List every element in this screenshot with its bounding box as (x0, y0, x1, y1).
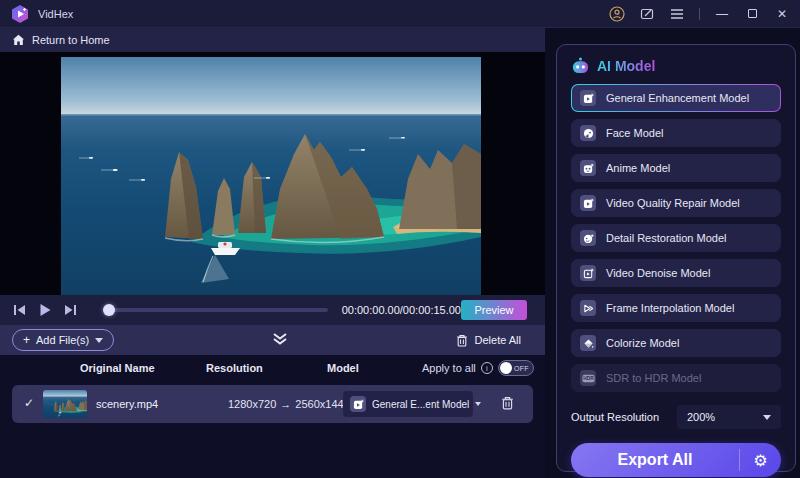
file-table-header: Original Name Resolution Model Apply to … (0, 355, 545, 382)
svg-text:HDR: HDR (583, 376, 594, 381)
output-resolution-label: Output Resolution (571, 411, 659, 423)
return-home-button[interactable]: Return to Home (0, 28, 545, 52)
chevron-down-icon (475, 402, 481, 406)
export-settings-gear-icon[interactable]: ⚙ (739, 449, 781, 471)
row-model-dropdown[interactable]: General E...ent Model (343, 391, 473, 417)
export-all-button[interactable]: Export All ⚙ (571, 443, 781, 477)
colorize-icon (580, 335, 596, 351)
export-all-label: Export All (571, 451, 739, 469)
minimize-button[interactable]: — (714, 6, 730, 22)
toggle-knob (500, 362, 512, 374)
apply-to-all-toggle[interactable]: OFF (498, 360, 534, 376)
home-icon (12, 34, 25, 46)
app-logo-icon (10, 4, 30, 24)
ai-model-panel: AI Model General Enhancement Model (556, 44, 796, 472)
apply-to-all-label: Apply to all (422, 362, 476, 374)
right-column: AI Model General Enhancement Model (545, 28, 800, 478)
app-title: VidHex (38, 8, 73, 20)
video-repair-icon (580, 195, 596, 211)
column-original-name: Original Name (80, 362, 155, 374)
hdr-badge-icon: HDR (580, 370, 596, 386)
video-preview-area (0, 52, 545, 295)
file-toolbar: + Add File(s) Delete All (0, 325, 545, 355)
user-avatar-icon[interactable] (609, 6, 625, 22)
model-item-detail-restoration[interactable]: Detail Restoration Model (571, 224, 781, 252)
arrow-right-icon: → (276, 398, 295, 410)
model-item-video-quality-repair[interactable]: Video Quality Repair Model (571, 189, 781, 217)
row-model-value: General E...ent Model (372, 399, 469, 410)
titlebar: VidHex — (0, 0, 800, 28)
detail-restoration-icon (580, 230, 596, 246)
add-files-button[interactable]: + Add File(s) (12, 329, 114, 351)
video-denoise-icon (580, 265, 596, 281)
plus-icon: + (23, 334, 30, 346)
row-delete-button[interactable] (501, 396, 514, 410)
anime-face-icon (580, 160, 596, 176)
column-resolution: Resolution (206, 362, 263, 374)
model-item-general-enhancement[interactable]: General Enhancement Model (571, 84, 781, 112)
robot-icon (571, 57, 590, 74)
delete-all-button[interactable]: Delete All (456, 334, 521, 347)
add-files-label: Add File(s) (36, 334, 89, 346)
model-item-anime[interactable]: Anime Model (571, 154, 781, 182)
panel-title: AI Model (597, 58, 655, 74)
main-area: Return to Home (0, 28, 545, 478)
playback-slider-knob[interactable] (103, 304, 115, 316)
model-item-video-denoise[interactable]: Video Denoise Model (571, 259, 781, 287)
table-row[interactable]: ✓ scenery.mp4 1280x720→2560x1440 (12, 385, 533, 423)
video-frame[interactable] (61, 57, 481, 295)
feedback-icon[interactable] (639, 6, 655, 22)
video-enhance-icon (350, 396, 366, 412)
model-item-sdr-to-hdr[interactable]: HDR SDR to HDR Model (571, 364, 781, 392)
frame-interpolation-icon (580, 300, 596, 316)
column-model: Model (327, 362, 359, 374)
chevron-down-icon (95, 338, 103, 343)
output-resolution-value: 200% (687, 411, 715, 423)
close-button[interactable]: ✕ (774, 6, 790, 22)
model-item-frame-interpolation[interactable]: Frame Interpolation Model (571, 294, 781, 322)
previous-frame-button[interactable] (12, 302, 28, 318)
model-item-face[interactable]: Face Model (571, 119, 781, 147)
video-thumbnail (43, 390, 87, 418)
face-icon (580, 125, 596, 141)
titlebar-divider (699, 8, 700, 20)
return-home-label: Return to Home (32, 34, 110, 46)
output-resolution-dropdown[interactable]: 200% (677, 405, 781, 429)
player-bar: 00:00:00.00/00:00:15.00 Preview (0, 295, 545, 325)
file-resolution: 1280x720→2560x1440 (228, 398, 350, 410)
trash-icon (456, 334, 468, 347)
toggle-state-label: OFF (514, 365, 529, 372)
delete-all-label: Delete All (475, 334, 521, 346)
video-enhance-icon (580, 90, 596, 106)
maximize-button[interactable] (744, 6, 760, 22)
next-frame-button[interactable] (62, 302, 78, 318)
hamburger-menu-icon[interactable] (669, 6, 685, 22)
row-checkmark-icon[interactable]: ✓ (24, 396, 34, 410)
time-display: 00:00:00.00/00:00:15.00 (342, 304, 461, 316)
model-item-colorize[interactable]: Colorize Model (571, 329, 781, 357)
playback-slider[interactable] (104, 308, 328, 312)
app-window: VidHex — (0, 0, 800, 478)
preview-button[interactable]: Preview (461, 300, 527, 320)
collapse-panel-button[interactable] (272, 332, 288, 346)
play-button[interactable] (37, 302, 53, 318)
file-name: scenery.mp4 (96, 398, 158, 410)
chevron-down-icon (763, 415, 771, 420)
info-icon[interactable]: i (481, 362, 493, 374)
